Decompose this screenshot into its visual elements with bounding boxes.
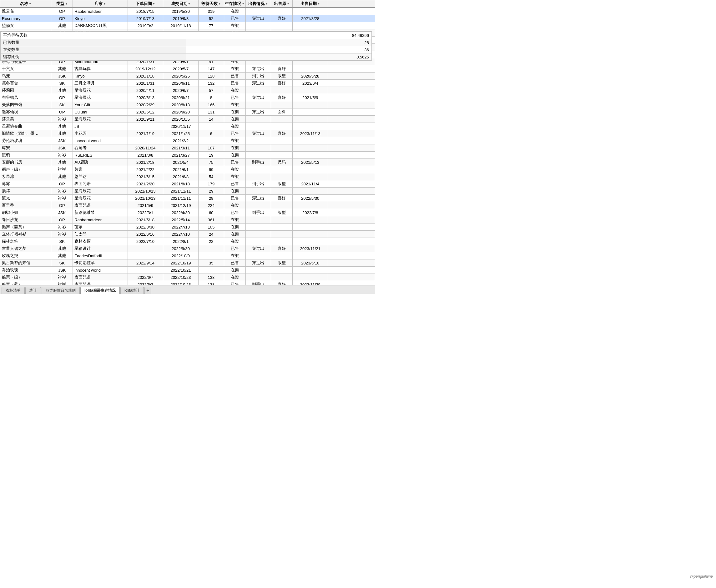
cell-8[interactable] <box>271 188 293 195</box>
cell-8[interactable] <box>271 166 293 173</box>
cell-5[interactable]: 132 <box>198 80 224 87</box>
cell-2[interactable]: Rabbernatdeer <box>73 7 128 15</box>
cell-10[interactable] <box>328 231 375 238</box>
cell-1[interactable]: JSK <box>51 72 73 80</box>
cell-3[interactable]: 2021/2/20 <box>128 181 163 188</box>
cell-0[interactable]: 百里香 <box>0 202 51 209</box>
table-row[interactable]: 十六女其他古典玩偶2019/12/122020/5/7147在架穿过出喜好 <box>0 65 375 72</box>
cell-3[interactable] <box>128 137 163 144</box>
cell-9[interactable] <box>293 274 328 281</box>
cell-4[interactable]: 2021/1/25 <box>163 130 198 137</box>
cell-8[interactable] <box>271 137 293 144</box>
cell-5[interactable]: 128 <box>198 72 224 80</box>
cell-3[interactable]: 2019/9/2 <box>128 22 163 29</box>
cell-6[interactable]: 在架 <box>224 231 246 238</box>
cell-4[interactable]: 2021/11/11 <box>163 188 198 195</box>
cell-10[interactable] <box>328 123 375 130</box>
cell-7[interactable]: 穿过出 <box>246 80 271 87</box>
cell-8[interactable] <box>271 224 293 231</box>
cell-1[interactable]: OP <box>51 7 73 15</box>
cell-6[interactable]: 已售 <box>224 94 246 101</box>
cell-2[interactable]: 小花园 <box>73 130 128 137</box>
cell-7[interactable] <box>246 152 271 159</box>
table-row[interactable]: 莎莉园其他星海辰花2020/4/112020/6/757在架 <box>0 87 375 94</box>
cell-4[interactable]: 2019/9/3 <box>163 15 198 22</box>
cell-3[interactable]: 2022/3/30 <box>128 224 163 231</box>
cell-9[interactable] <box>293 224 328 231</box>
cell-3[interactable]: 2022/3/1 <box>128 209 163 216</box>
cell-7[interactable]: 穿过出 <box>246 130 271 137</box>
cell-2[interactable]: 悠兰达 <box>73 173 128 181</box>
cell-6[interactable]: 在架 <box>224 252 246 259</box>
cell-0[interactable]: 乔治玫瑰 <box>0 267 51 274</box>
table-row[interactable]: 凛冬百合SK三月之满月2020/1/312020/6/11132已售穿过出喜好2… <box>0 80 375 87</box>
table-row[interactable]: 森林之笙SK森林衣橱2022/7/102022/8/122在架 <box>0 238 375 245</box>
table-row[interactable]: 浆果湾其他悠兰达2021/6/152021/8/854在架 <box>0 173 375 181</box>
cell-7[interactable]: 到手出 <box>246 281 271 286</box>
table-row[interactable]: 莎乐美衬衫星海辰花2020/9/212020/10/514在架 <box>0 115 375 123</box>
col-header-sold-date[interactable]: 出售日期▼ <box>293 0 328 8</box>
cell-3[interactable]: 2021/2/22 <box>128 166 163 173</box>
cell-6[interactable]: 在架 <box>224 65 246 72</box>
cell-1[interactable]: 其他 <box>51 87 73 94</box>
cell-2[interactable]: 森林衣橱 <box>73 238 128 245</box>
cell-5[interactable]: 138 <box>198 281 224 286</box>
cell-5[interactable]: 6 <box>198 130 224 137</box>
cell-0[interactable]: 春日沙龙 <box>0 216 51 224</box>
cell-8[interactable] <box>271 252 293 259</box>
cell-1[interactable]: 衬衫 <box>51 274 73 281</box>
cell-6[interactable]: 在架 <box>224 101 246 108</box>
cell-6[interactable]: 已售 <box>224 181 246 188</box>
cell-0[interactable]: 船票（绿） <box>0 274 51 281</box>
cell-2[interactable]: innocent world <box>73 267 128 274</box>
cell-3[interactable]: 2021/10/13 <box>128 188 163 195</box>
cell-9[interactable]: 2021/8/28 <box>293 15 328 22</box>
cell-6[interactable]: 在架 <box>224 216 246 224</box>
table-row[interactable]: 船票（蓝）衬衫表面咒语2022/6/72022/10/23138已售到手出喜好2… <box>0 281 375 286</box>
cell-3[interactable]: 2022/6/16 <box>128 231 163 238</box>
cell-3[interactable]: 2022/6/7 <box>128 281 163 286</box>
table-row[interactable]: RosemaryOPKinyo2019/7/132019/9/352已售穿过出喜… <box>0 15 375 22</box>
cell-8[interactable] <box>271 173 293 181</box>
tab-3[interactable]: lolita服装生存情况 <box>80 287 120 294</box>
cell-6[interactable]: 在架 <box>224 123 246 130</box>
cell-0[interactable]: 旧情歌（酒红、墨… <box>0 130 51 137</box>
cell-3[interactable] <box>128 245 163 252</box>
cell-6[interactable]: 在架 <box>224 274 246 281</box>
cell-5[interactable]: 147 <box>198 65 224 72</box>
cell-4[interactable]: 2021/3/27 <box>163 152 198 159</box>
cell-5[interactable]: 8 <box>198 94 224 101</box>
cell-4[interactable]: 2021/6/1 <box>163 166 198 173</box>
cell-0[interactable]: 莎莉园 <box>0 87 51 94</box>
cell-9[interactable]: 2022/11/29 <box>293 281 328 286</box>
cell-9[interactable]: 2023/5/10 <box>293 259 328 267</box>
cell-0[interactable]: 立体打褶衬衫 <box>0 231 51 238</box>
cell-0[interactable]: 晨祷 <box>0 188 51 195</box>
cell-0[interactable]: 圣诞协奏曲 <box>0 123 51 130</box>
table-row[interactable]: 胡椒小姐JSK新路德维希2022/3/12022/4/3060已售到手出版型20… <box>0 209 375 216</box>
cell-3[interactable]: 2020/5/12 <box>128 108 163 115</box>
cell-0[interactable]: 十六女 <box>0 65 51 72</box>
cell-3[interactable]: 2022/9/14 <box>128 259 163 267</box>
table-row[interactable]: 琼安JSK吞尾者2020/11/242021/3/11107在架 <box>0 144 375 152</box>
cell-10[interactable] <box>328 281 375 286</box>
cell-5[interactable]: 77 <box>198 22 224 29</box>
cell-4[interactable]: 2022/4/30 <box>163 209 198 216</box>
cell-2[interactable]: 星海辰花 <box>73 94 128 101</box>
cell-6[interactable]: 在架 <box>224 152 246 159</box>
table-row[interactable]: 渡鸦衬衫RSERIES2021/3/82021/3/2719在架 <box>0 152 375 159</box>
cell-4[interactable]: 2022/5/14 <box>163 216 198 224</box>
cell-4[interactable]: 2022/8/1 <box>163 238 198 245</box>
cell-3[interactable]: 2019/7/13 <box>128 15 163 22</box>
table-row[interactable]: 百里香OP表面咒语2021/5/92021/12/19224在架 <box>0 202 375 209</box>
cell-10[interactable] <box>328 22 375 29</box>
table-row[interactable]: 致云雀OPRabbernatdeer2018/7/152019/5/30319在… <box>0 7 375 15</box>
cell-10[interactable] <box>328 216 375 224</box>
cell-4[interactable]: 2020/8/13 <box>163 101 198 108</box>
table-row[interactable]: 堕修女其他DARKMOON月黑2019/9/22019/11/1877在架 <box>0 22 375 29</box>
cell-1[interactable]: 衬衫 <box>51 115 73 123</box>
cell-10[interactable] <box>328 152 375 159</box>
table-row[interactable]: 薄雾OP表面咒语2021/2/202021/8/18179已售到手出版型2021… <box>0 181 375 188</box>
col-header-sold-reason[interactable]: 出售原▼ <box>271 0 293 8</box>
cell-4[interactable]: 2021/3/11 <box>163 144 198 152</box>
